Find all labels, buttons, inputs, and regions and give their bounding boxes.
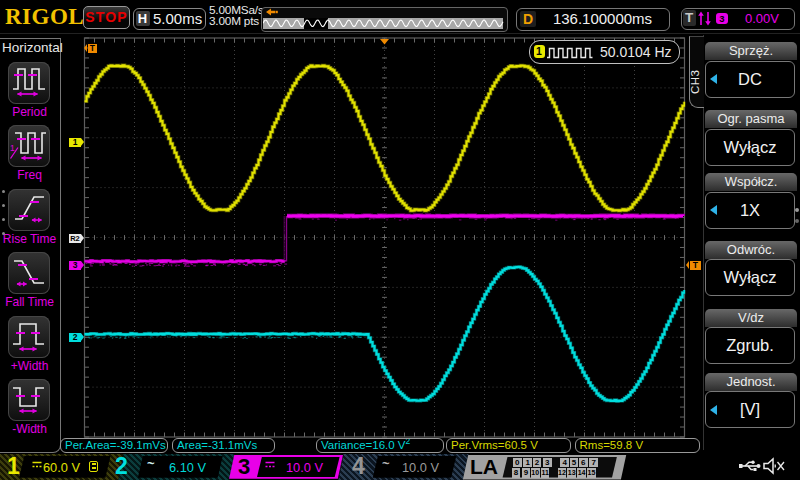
svg-text:1: 1 [10, 143, 15, 153]
